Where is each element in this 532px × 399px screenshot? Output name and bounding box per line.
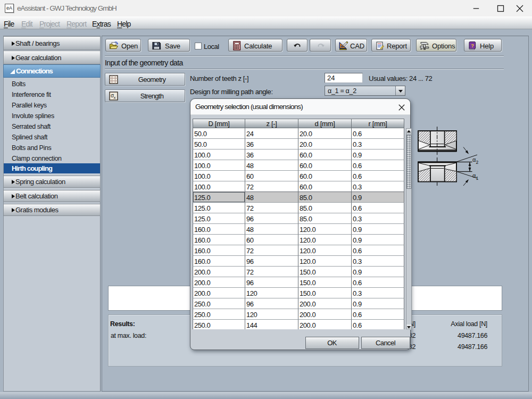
svg-text:1: 1 — [476, 176, 479, 181]
svg-text:?: ? — [471, 43, 474, 48]
svg-text:2: 2 — [476, 160, 479, 165]
